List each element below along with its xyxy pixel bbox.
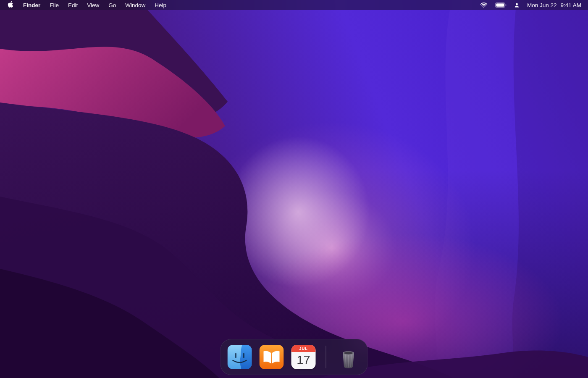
battery-icon[interactable] [491,0,510,10]
books-icon [260,345,284,369]
dock: JUL 17 [220,339,368,375]
trash-icon [336,345,361,369]
menu-bar-left: Finder File Edit View Go Window Help [0,0,171,10]
desktop-wallpaper [0,0,588,378]
calendar-icon: JUL 17 [291,345,316,369]
menu-item-finder[interactable]: Finder [18,0,45,10]
menu-item-go[interactable]: Go [104,0,121,10]
dock-item-trash[interactable] [336,345,361,369]
menu-item-window[interactable]: Window [121,0,150,10]
menu-bar: Finder File Edit View Go Window Help [0,0,588,10]
user-account-icon[interactable] [510,0,523,10]
clock-date: Mon Jun 22 [527,2,557,8]
dock-item-finder[interactable] [228,345,252,369]
clock-time: 9:41 AM [560,2,581,8]
menu-bar-status-area: Mon Jun 22 9:41 AM [476,0,588,10]
menu-item-edit[interactable]: Edit [63,0,82,10]
dock-item-calendar[interactable]: JUL 17 [291,345,316,369]
finder-icon [228,345,252,369]
wifi-icon[interactable] [476,0,491,10]
menu-item-file[interactable]: File [45,0,63,10]
menu-bar-clock[interactable]: Mon Jun 22 9:41 AM [523,0,588,10]
dock-divider [326,346,326,368]
apple-logo-icon [8,1,13,9]
dock-item-books[interactable] [260,345,284,369]
menu-item-view[interactable]: View [82,0,104,10]
apple-menu[interactable] [0,0,18,10]
menu-item-help[interactable]: Help [150,0,171,10]
calendar-day: 17 [291,351,316,369]
